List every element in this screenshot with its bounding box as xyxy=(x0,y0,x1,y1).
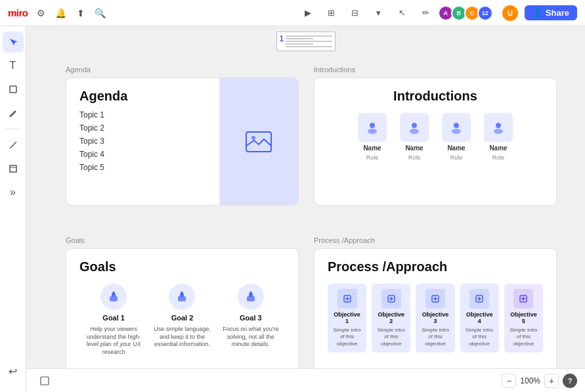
process-desc-1: Simple intro of this objective xyxy=(332,327,362,347)
process-item-1: Objective 1 Simple intro of this objecti… xyxy=(328,284,366,353)
search-icon[interactable]: 🔍 xyxy=(94,7,107,20)
svg-point-12 xyxy=(496,123,501,128)
goals-section: Goals Goals Goal 1 Help your viewers und… xyxy=(66,236,299,389)
svg-point-7 xyxy=(368,129,377,134)
sidebar-line-tool[interactable] xyxy=(3,135,24,156)
person-role-2: Role xyxy=(408,154,421,161)
agenda-image-placeholder xyxy=(219,78,298,205)
share-button[interactable]: 👤 Share xyxy=(525,5,577,20)
svg-point-13 xyxy=(494,129,503,134)
sidebar-divider xyxy=(5,129,21,129)
notifications-icon[interactable]: 🔔 xyxy=(54,7,68,20)
process-desc-2: Simple intro of this objective xyxy=(376,327,406,347)
process-name-2: Objective 2 xyxy=(376,311,406,324)
zoom-plus-button[interactable]: + xyxy=(544,374,559,388)
process-name-1: Objective 1 xyxy=(332,311,362,324)
sidebar-pen-tool[interactable] xyxy=(3,102,24,123)
agenda-item-4: Topic 4 xyxy=(79,150,206,159)
process-icon-2 xyxy=(381,289,401,309)
svg-rect-28 xyxy=(41,377,49,385)
image-icon xyxy=(242,129,275,155)
avatar-count: 12 xyxy=(477,5,493,21)
goal-name-1: Goal 1 xyxy=(102,314,125,322)
introductions-title: Introductions xyxy=(328,89,543,104)
process-items: Objective 1 Simple intro of this objecti… xyxy=(328,284,543,353)
goal-icon-1 xyxy=(100,284,127,310)
agenda-item-3: Topic 3 xyxy=(79,137,206,146)
sidebar-frame-tool[interactable] xyxy=(3,158,24,179)
process-item-3: Objective 3 Simple intro of this objecti… xyxy=(416,284,454,353)
frame-preview xyxy=(286,34,332,49)
person-role-1: Role xyxy=(366,154,379,161)
intro-person-4: Name Role xyxy=(484,113,513,161)
upload-icon[interactable]: ⬆ xyxy=(74,7,87,20)
sidebar-bottom: ↩ xyxy=(3,360,24,387)
process-section: Process /Approach Process /Approach Obje… xyxy=(314,236,557,389)
layout-icon[interactable]: ⊟ xyxy=(346,4,364,22)
agenda-title: Agenda xyxy=(79,89,206,104)
introductions-section-label: Introductions xyxy=(314,66,557,74)
person-name-3: Name xyxy=(447,144,465,152)
pen-tool-icon[interactable]: ✏ xyxy=(417,4,435,22)
sidebar-shape-tool[interactable] xyxy=(3,79,24,100)
goals-items: Goal 1 Help your viewers understand the … xyxy=(79,284,285,357)
svg-rect-20 xyxy=(247,296,255,301)
svg-rect-14 xyxy=(110,296,118,301)
grid-icon[interactable]: ⊞ xyxy=(322,4,341,22)
agenda-item-2: Topic 2 xyxy=(79,123,206,133)
goal-item-2: Goal 2 Use simple language, and keep it … xyxy=(148,284,216,357)
settings-icon[interactable]: ⚙ xyxy=(35,7,48,20)
bottombar-left xyxy=(34,370,55,391)
frames-panel-icon[interactable] xyxy=(34,370,55,391)
person-avatar-1 xyxy=(358,113,387,142)
canvas: 1 Agenda Agenda Topic 1 Topic 2 Topic 3 … xyxy=(26,26,585,392)
goals-title: Goals xyxy=(79,259,285,274)
help-button[interactable]: ? xyxy=(563,374,577,388)
introductions-card: Introductions Name Role Name Role xyxy=(314,77,557,206)
process-icon-5 xyxy=(513,289,533,309)
agenda-item-5: Topic 5 xyxy=(79,163,206,172)
process-name-3: Objective 3 xyxy=(420,311,450,324)
dropdown-icon[interactable]: ▾ xyxy=(370,4,388,22)
goal-desc-1: Help your viewers understand the high-le… xyxy=(83,326,144,357)
frame-number: 1 xyxy=(280,34,284,43)
process-item-2: Objective 2 Simple intro of this objecti… xyxy=(372,284,410,353)
topbar-right: ▶ ⊞ ⊟ ▾ ↖ ✏ A B C 12 U 👤 Share xyxy=(299,4,577,22)
presentation-icon[interactable]: ▶ xyxy=(299,4,317,22)
user-avatar[interactable]: U xyxy=(501,4,519,22)
frame-thumbnail[interactable]: 1 xyxy=(276,32,336,51)
goals-section-label: Goals xyxy=(66,236,299,244)
sidebar-select-tool[interactable] xyxy=(3,32,24,53)
person-avatar-2 xyxy=(400,113,429,142)
process-name-4: Objective 4 xyxy=(464,311,495,324)
goal-item-1: Goal 1 Help your viewers understand the … xyxy=(79,284,148,357)
svg-point-5 xyxy=(251,136,255,140)
process-title: Process /Approach xyxy=(328,259,543,274)
svg-point-16 xyxy=(112,292,115,294)
process-icon-1 xyxy=(337,289,357,309)
svg-rect-0 xyxy=(10,86,16,93)
introductions-section: Introductions Introductions Name Role Na… xyxy=(314,66,557,206)
agenda-card: Agenda Topic 1 Topic 2 Topic 3 Topic 4 T… xyxy=(66,77,299,206)
goal-icon-2 xyxy=(169,284,195,310)
process-section-label: Process /Approach xyxy=(314,236,557,244)
svg-point-11 xyxy=(452,129,461,134)
agenda-item-1: Topic 1 xyxy=(79,110,206,120)
sidebar-undo-icon[interactable]: ↩ xyxy=(3,360,24,381)
topbar: miro ⚙ 🔔 ⬆ 🔍 ▶ ⊞ ⊟ ▾ ↖ ✏ A B C 12 U 👤 Sh… xyxy=(0,0,585,26)
sidebar-text-tool[interactable]: T xyxy=(3,55,24,76)
avatar-group: A B C 12 xyxy=(441,5,493,21)
person-name-1: Name xyxy=(363,144,381,152)
intro-people: Name Role Name Role Name Role xyxy=(328,113,543,161)
process-desc-4: Simple intro of this objective xyxy=(464,327,495,347)
goal-icon-3 xyxy=(238,284,264,310)
cursor-icon[interactable]: ↖ xyxy=(393,4,412,22)
topbar-left: miro ⚙ 🔔 ⬆ 🔍 xyxy=(8,7,107,20)
svg-point-22 xyxy=(249,292,252,294)
sidebar-expand-icon[interactable]: » xyxy=(3,182,24,203)
svg-point-8 xyxy=(412,123,417,128)
zoom-minus-button[interactable]: − xyxy=(502,374,516,388)
agenda-section-label: Agenda xyxy=(66,66,299,74)
svg-point-10 xyxy=(454,123,459,128)
svg-rect-2 xyxy=(10,165,16,172)
